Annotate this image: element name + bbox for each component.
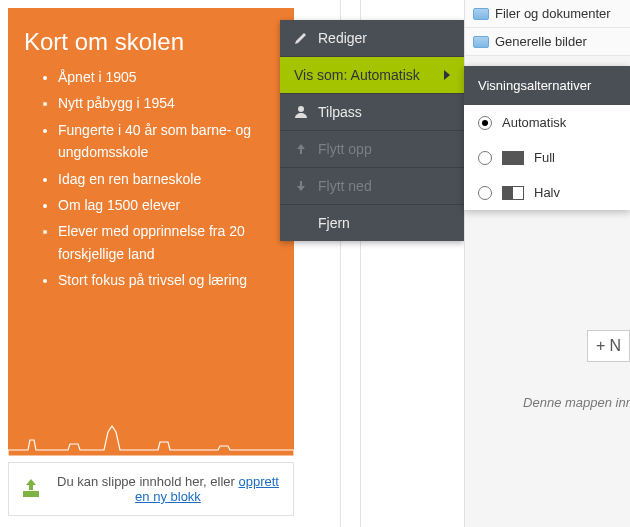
bullet-item: Idag en ren barneskole bbox=[58, 168, 278, 190]
drop-target-bar[interactable]: Du kan slippe innhold her, eller opprett… bbox=[8, 462, 294, 516]
svg-point-0 bbox=[298, 106, 304, 112]
menu-customize[interactable]: Tilpass bbox=[280, 94, 464, 131]
plus-icon: + bbox=[596, 337, 605, 355]
menu-label: Flytt opp bbox=[318, 141, 372, 157]
radio-icon bbox=[478, 186, 492, 200]
bullet-item: Om lag 1500 elever bbox=[58, 194, 278, 216]
context-menu: Rediger Vis som: Automatisk Tilpass Flyt… bbox=[280, 20, 464, 241]
menu-label: Tilpass bbox=[318, 104, 362, 120]
option-label: Automatisk bbox=[502, 115, 566, 130]
add-button[interactable]: + N bbox=[587, 330, 630, 362]
menu-label: Fjern bbox=[318, 215, 350, 231]
arrow-down-icon bbox=[294, 179, 308, 193]
chevron-right-icon bbox=[444, 70, 450, 80]
option-full[interactable]: Full bbox=[464, 140, 630, 175]
bullet-item: Åpnet i 1905 bbox=[58, 66, 278, 88]
menu-label: Vis som: Automatisk bbox=[294, 67, 420, 83]
drop-text: Du kan slippe innhold her, eller bbox=[57, 474, 238, 489]
menu-edit[interactable]: Rediger bbox=[280, 20, 464, 57]
card-bullets: Åpnet i 1905 Nytt påbygg i 1954 Fungerte… bbox=[8, 66, 294, 292]
menu-remove[interactable]: Fjern bbox=[280, 205, 464, 241]
radio-icon bbox=[478, 116, 492, 130]
full-swatch-icon bbox=[502, 151, 524, 165]
pencil-icon bbox=[294, 31, 308, 45]
option-auto[interactable]: Automatisk bbox=[464, 105, 630, 140]
folder-label: Filer og dokumenter bbox=[495, 6, 611, 21]
blank-icon bbox=[294, 216, 308, 230]
menu-move-up: Flytt opp bbox=[280, 131, 464, 168]
menu-label: Flytt ned bbox=[318, 178, 372, 194]
option-label: Full bbox=[534, 150, 555, 165]
user-icon bbox=[294, 105, 308, 119]
folder-icon bbox=[473, 36, 489, 48]
bullet-item: Stort fokus på trivsel og læring bbox=[58, 269, 278, 291]
option-label: Halv bbox=[534, 185, 560, 200]
half-swatch-icon bbox=[502, 186, 524, 200]
skyline-decoration bbox=[8, 420, 294, 456]
option-half[interactable]: Halv bbox=[464, 175, 630, 210]
menu-label: Rediger bbox=[318, 30, 367, 46]
bullet-item: Elever med opprinnelse fra 20 forskjelli… bbox=[58, 220, 278, 265]
bullet-item: Fungerte i 40 år som barne- og ungdomssk… bbox=[58, 119, 278, 164]
add-label: N bbox=[609, 337, 621, 355]
empty-folder-message: Denne mappen inn bbox=[498, 395, 630, 410]
drop-icon bbox=[19, 477, 43, 501]
view-options-header: Visningsalternativer bbox=[464, 66, 630, 105]
folder-icon bbox=[473, 8, 489, 20]
folder-row[interactable]: Filer og dokumenter bbox=[465, 0, 630, 28]
content-block-card[interactable]: Kort om skolen Åpnet i 1905 Nytt påbygg … bbox=[8, 8, 294, 456]
menu-view-as[interactable]: Vis som: Automatisk bbox=[280, 57, 464, 94]
folder-label: Generelle bilder bbox=[495, 34, 587, 49]
menu-move-down: Flytt ned bbox=[280, 168, 464, 205]
folder-row[interactable]: Generelle bilder bbox=[465, 28, 630, 56]
radio-icon bbox=[478, 151, 492, 165]
arrow-up-icon bbox=[294, 142, 308, 156]
bullet-item: Nytt påbygg i 1954 bbox=[58, 92, 278, 114]
card-title: Kort om skolen bbox=[8, 8, 294, 66]
view-options-panel: Visningsalternativer Automatisk Full Hal… bbox=[464, 66, 630, 210]
